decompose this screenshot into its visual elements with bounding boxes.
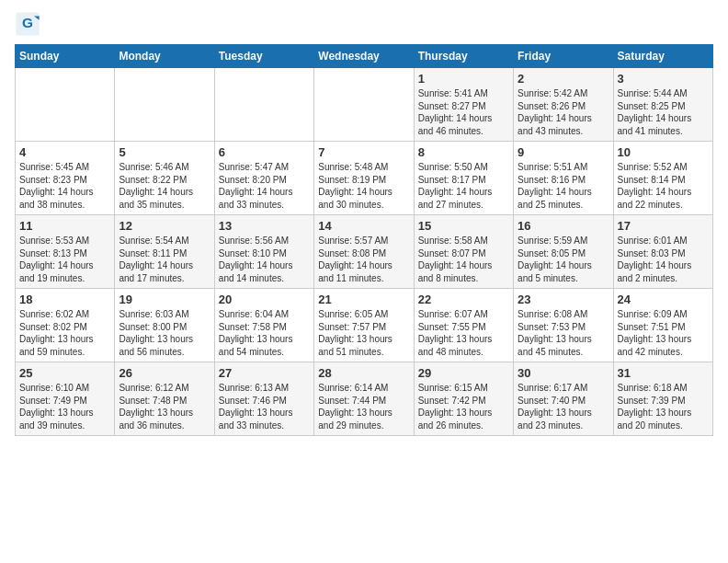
day-cell: 17Sunrise: 6:01 AM Sunset: 8:03 PM Dayli… <box>613 215 712 289</box>
day-number: 28 <box>318 366 409 380</box>
day-info: Sunrise: 5:44 AM Sunset: 8:25 PM Dayligh… <box>618 87 709 137</box>
day-number: 15 <box>418 219 509 233</box>
day-cell: 5Sunrise: 5:46 AM Sunset: 8:22 PM Daylig… <box>115 142 214 215</box>
day-info: Sunrise: 6:03 AM Sunset: 8:00 PM Dayligh… <box>119 308 210 358</box>
day-info: Sunrise: 6:08 AM Sunset: 7:53 PM Dayligh… <box>518 308 609 358</box>
day-number: 24 <box>618 293 709 306</box>
day-cell: 13Sunrise: 5:56 AM Sunset: 8:10 PM Dayli… <box>214 215 313 289</box>
day-number: 4 <box>19 145 110 159</box>
week-row-1: 4Sunrise: 5:45 AM Sunset: 8:23 PM Daylig… <box>16 142 713 215</box>
day-cell: 22Sunrise: 6:07 AM Sunset: 7:55 PM Dayli… <box>414 289 513 362</box>
day-cell: 19Sunrise: 6:03 AM Sunset: 8:00 PM Dayli… <box>115 289 214 362</box>
day-info: Sunrise: 5:51 AM Sunset: 8:16 PM Dayligh… <box>518 161 609 211</box>
day-cell <box>115 68 214 142</box>
day-info: Sunrise: 6:04 AM Sunset: 7:58 PM Dayligh… <box>219 308 310 358</box>
header-cell-sunday: Sunday <box>16 45 115 68</box>
day-cell: 20Sunrise: 6:04 AM Sunset: 7:58 PM Dayli… <box>214 289 313 362</box>
day-info: Sunrise: 6:18 AM Sunset: 7:39 PM Dayligh… <box>618 382 709 431</box>
header-cell-monday: Monday <box>115 45 214 68</box>
header-cell-wednesday: Wednesday <box>314 45 414 68</box>
day-number: 10 <box>618 145 709 159</box>
day-number: 1 <box>418 72 509 86</box>
day-info: Sunrise: 5:50 AM Sunset: 8:17 PM Dayligh… <box>418 161 509 211</box>
day-cell: 24Sunrise: 6:09 AM Sunset: 7:51 PM Dayli… <box>613 289 712 362</box>
day-number: 16 <box>518 219 609 233</box>
svg-text:G: G <box>22 15 33 30</box>
day-cell: 29Sunrise: 6:15 AM Sunset: 7:42 PM Dayli… <box>414 362 513 436</box>
day-info: Sunrise: 5:46 AM Sunset: 8:22 PM Dayligh… <box>119 161 210 211</box>
day-info: Sunrise: 5:52 AM Sunset: 8:14 PM Dayligh… <box>618 161 709 211</box>
day-cell: 25Sunrise: 6:10 AM Sunset: 7:49 PM Dayli… <box>16 362 115 436</box>
day-cell: 4Sunrise: 5:45 AM Sunset: 8:23 PM Daylig… <box>16 142 115 215</box>
page-container: G SundayMondayTuesdayWednesdayThursdayFr… <box>0 0 728 443</box>
day-number: 18 <box>19 293 110 306</box>
day-number: 20 <box>219 293 310 306</box>
week-row-0: 1Sunrise: 5:41 AM Sunset: 8:27 PM Daylig… <box>16 68 713 142</box>
day-cell: 23Sunrise: 6:08 AM Sunset: 7:53 PM Dayli… <box>514 289 613 362</box>
day-cell: 30Sunrise: 6:17 AM Sunset: 7:40 PM Dayli… <box>514 362 613 436</box>
day-cell: 14Sunrise: 5:57 AM Sunset: 8:08 PM Dayli… <box>314 215 414 289</box>
day-number: 14 <box>318 219 409 233</box>
logo: G <box>15 11 42 37</box>
day-cell: 26Sunrise: 6:12 AM Sunset: 7:48 PM Dayli… <box>115 362 214 436</box>
day-number: 5 <box>119 145 210 159</box>
day-cell: 18Sunrise: 6:02 AM Sunset: 8:02 PM Dayli… <box>16 289 115 362</box>
day-cell: 7Sunrise: 5:48 AM Sunset: 8:19 PM Daylig… <box>314 142 414 215</box>
day-cell: 8Sunrise: 5:50 AM Sunset: 8:17 PM Daylig… <box>414 142 513 215</box>
header-row: SundayMondayTuesdayWednesdayThursdayFrid… <box>16 45 713 68</box>
header-cell-tuesday: Tuesday <box>214 45 313 68</box>
day-info: Sunrise: 6:17 AM Sunset: 7:40 PM Dayligh… <box>518 382 609 431</box>
day-number: 23 <box>518 293 609 306</box>
day-info: Sunrise: 5:57 AM Sunset: 8:08 PM Dayligh… <box>318 235 409 284</box>
day-info: Sunrise: 5:42 AM Sunset: 8:26 PM Dayligh… <box>518 87 609 137</box>
day-info: Sunrise: 6:10 AM Sunset: 7:49 PM Dayligh… <box>19 382 110 431</box>
day-info: Sunrise: 6:05 AM Sunset: 7:57 PM Dayligh… <box>318 308 409 358</box>
day-cell: 1Sunrise: 5:41 AM Sunset: 8:27 PM Daylig… <box>414 68 513 142</box>
day-number: 12 <box>119 219 210 233</box>
day-cell: 9Sunrise: 5:51 AM Sunset: 8:16 PM Daylig… <box>514 142 613 215</box>
logo-icon: G <box>15 11 40 37</box>
week-row-2: 11Sunrise: 5:53 AM Sunset: 8:13 PM Dayli… <box>16 215 713 289</box>
day-info: Sunrise: 6:12 AM Sunset: 7:48 PM Dayligh… <box>119 382 210 431</box>
day-cell: 3Sunrise: 5:44 AM Sunset: 8:25 PM Daylig… <box>613 68 712 142</box>
day-info: Sunrise: 5:53 AM Sunset: 8:13 PM Dayligh… <box>19 235 110 284</box>
day-number: 22 <box>418 293 509 306</box>
day-cell: 21Sunrise: 6:05 AM Sunset: 7:57 PM Dayli… <box>314 289 414 362</box>
calendar-table: SundayMondayTuesdayWednesdayThursdayFrid… <box>15 44 713 436</box>
day-info: Sunrise: 5:41 AM Sunset: 8:27 PM Dayligh… <box>418 87 509 137</box>
day-number: 21 <box>318 293 409 306</box>
day-info: Sunrise: 6:09 AM Sunset: 7:51 PM Dayligh… <box>618 308 709 358</box>
calendar-header: SundayMondayTuesdayWednesdayThursdayFrid… <box>16 45 713 68</box>
day-number: 9 <box>518 145 609 159</box>
day-cell: 31Sunrise: 6:18 AM Sunset: 7:39 PM Dayli… <box>613 362 712 436</box>
header-cell-thursday: Thursday <box>414 45 513 68</box>
day-cell: 28Sunrise: 6:14 AM Sunset: 7:44 PM Dayli… <box>314 362 414 436</box>
day-info: Sunrise: 6:07 AM Sunset: 7:55 PM Dayligh… <box>418 308 509 358</box>
day-number: 6 <box>219 145 310 159</box>
day-cell: 10Sunrise: 5:52 AM Sunset: 8:14 PM Dayli… <box>613 142 712 215</box>
day-info: Sunrise: 5:56 AM Sunset: 8:10 PM Dayligh… <box>219 235 310 284</box>
day-info: Sunrise: 6:14 AM Sunset: 7:44 PM Dayligh… <box>318 382 409 431</box>
day-number: 13 <box>219 219 310 233</box>
day-cell <box>314 68 414 142</box>
day-info: Sunrise: 6:15 AM Sunset: 7:42 PM Dayligh… <box>418 382 509 431</box>
header: G <box>15 11 713 37</box>
day-info: Sunrise: 5:54 AM Sunset: 8:11 PM Dayligh… <box>119 235 210 284</box>
day-info: Sunrise: 6:13 AM Sunset: 7:46 PM Dayligh… <box>219 382 310 431</box>
day-number: 29 <box>418 366 509 380</box>
day-info: Sunrise: 5:59 AM Sunset: 8:05 PM Dayligh… <box>518 235 609 284</box>
day-info: Sunrise: 6:01 AM Sunset: 8:03 PM Dayligh… <box>618 235 709 284</box>
week-row-3: 18Sunrise: 6:02 AM Sunset: 8:02 PM Dayli… <box>16 289 713 362</box>
day-number: 2 <box>518 72 609 86</box>
header-cell-friday: Friday <box>514 45 613 68</box>
day-number: 11 <box>19 219 110 233</box>
day-info: Sunrise: 5:58 AM Sunset: 8:07 PM Dayligh… <box>418 235 509 284</box>
day-number: 3 <box>618 72 709 86</box>
week-row-4: 25Sunrise: 6:10 AM Sunset: 7:49 PM Dayli… <box>16 362 713 436</box>
day-number: 31 <box>618 366 709 380</box>
day-number: 25 <box>19 366 110 380</box>
day-cell: 16Sunrise: 5:59 AM Sunset: 8:05 PM Dayli… <box>514 215 613 289</box>
day-number: 19 <box>119 293 210 306</box>
day-info: Sunrise: 6:02 AM Sunset: 8:02 PM Dayligh… <box>19 308 110 358</box>
day-number: 27 <box>219 366 310 380</box>
